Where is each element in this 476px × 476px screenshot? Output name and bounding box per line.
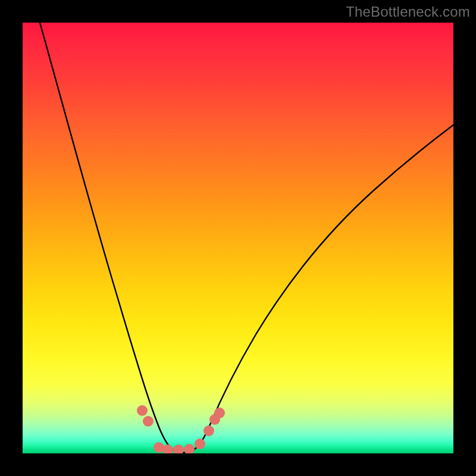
svg-point-3	[162, 444, 173, 453]
plot-area	[23, 23, 453, 453]
svg-point-9	[214, 408, 225, 418]
svg-point-7	[203, 425, 214, 436]
chart-frame: TheBottleneck.com	[0, 0, 476, 476]
bottleneck-curve	[40, 23, 453, 453]
svg-point-6	[195, 439, 205, 449]
curve-svg	[23, 23, 453, 453]
svg-point-1	[143, 416, 154, 427]
highlight-dots	[137, 405, 225, 453]
svg-point-0	[137, 405, 148, 416]
svg-point-5	[184, 444, 195, 453]
watermark-text: TheBottleneck.com	[346, 4, 470, 20]
svg-point-4	[173, 444, 184, 453]
